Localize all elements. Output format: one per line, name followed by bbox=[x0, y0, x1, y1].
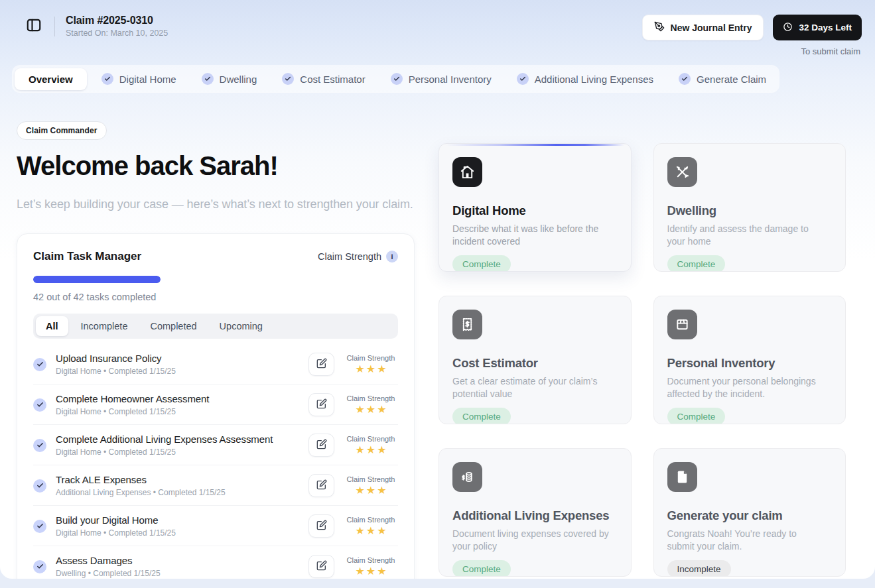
star-rating bbox=[344, 404, 398, 415]
status-badge: Complete bbox=[452, 255, 511, 272]
task-row: Complete Homeowner Assessment Digital Ho… bbox=[33, 384, 398, 425]
edit-pencil-icon bbox=[316, 398, 327, 411]
star-rating bbox=[344, 364, 398, 375]
card-cost-estimator[interactable]: Cost Estimator Get a clear estimate of y… bbox=[438, 296, 632, 424]
check-circle-icon bbox=[202, 73, 214, 85]
welcome-heading: Welcome back Sarah! bbox=[17, 151, 415, 181]
tab-generate-claim[interactable]: Generate Claim bbox=[668, 68, 777, 90]
card-dwelling[interactable]: Dwelling Identify and assess the damage … bbox=[653, 143, 846, 272]
star-icon bbox=[355, 364, 364, 375]
tab-label: Additional Living Expenses bbox=[535, 74, 653, 85]
row-claim-strength-label: Claim Strength bbox=[344, 516, 398, 524]
filter-incomplete[interactable]: Incomplete bbox=[71, 316, 138, 336]
task-meta: Additional Living Expenses • Completed 1… bbox=[56, 488, 302, 497]
star-icon bbox=[366, 526, 375, 536]
star-rating bbox=[344, 566, 398, 577]
topbar-divider bbox=[54, 17, 55, 36]
task-row: Assess Damages Dwelling • Completed 1/15… bbox=[33, 546, 398, 579]
card-digital-home[interactable]: Digital Home Describe what it was like b… bbox=[438, 143, 632, 272]
new-journal-entry-label: New Journal Entry bbox=[671, 23, 752, 33]
card-generate-claim[interactable]: Generate your claim Congrats Noah! You’r… bbox=[653, 448, 846, 577]
task-meta: Digital Home • Completed 1/15/25 bbox=[56, 367, 302, 376]
tab-personal-inventory[interactable]: Personal Inventory bbox=[380, 68, 502, 90]
tab-additional-living-expenses[interactable]: Additional Living Expenses bbox=[506, 68, 664, 90]
claim-started-subtitle: Started On: March 10, 2025 bbox=[66, 29, 168, 38]
card-title: Additional Living Expenses bbox=[452, 508, 618, 523]
star-icon bbox=[355, 485, 364, 496]
claim-number-title: Claim #2025-0310 bbox=[66, 15, 168, 27]
tab-dwelling[interactable]: Dwelling bbox=[191, 68, 268, 90]
status-badge: Incomplete bbox=[667, 560, 731, 577]
claim-commander-app: Claim #2025-0310 Started On: March 10, 2… bbox=[0, 0, 875, 579]
info-icon[interactable] bbox=[386, 251, 398, 263]
check-circle-icon bbox=[33, 520, 46, 533]
star-icon bbox=[355, 404, 364, 415]
tab-label: Personal Inventory bbox=[409, 74, 492, 85]
filter-completed[interactable]: Completed bbox=[140, 316, 206, 336]
task-filterbar: All Incomplete Completed Upcoming bbox=[33, 314, 398, 339]
tab-cost-estimator[interactable]: Cost Estimator bbox=[271, 68, 375, 90]
check-circle-icon bbox=[33, 479, 46, 493]
tab-label: Dwelling bbox=[220, 74, 257, 85]
star-icon bbox=[366, 445, 375, 455]
star-icon bbox=[366, 485, 375, 496]
card-title: Digital Home bbox=[452, 204, 618, 218]
task-meta: Digital Home • Completed 1/15/25 bbox=[56, 447, 302, 457]
task-manager-title: Claim Task Manager bbox=[33, 250, 141, 263]
check-circle-icon bbox=[679, 73, 691, 85]
edit-task-button[interactable] bbox=[308, 434, 334, 457]
tab-digital-home[interactable]: Digital Home bbox=[91, 68, 187, 90]
welcome-subtitle: Let’s keep building your case — here’s w… bbox=[17, 198, 415, 211]
claim-task-manager-card: Claim Task Manager Claim Strength 42 out… bbox=[17, 233, 415, 579]
tasks-progress-fill bbox=[33, 276, 161, 283]
claim-title-block: Claim #2025-0310 Started On: March 10, 2… bbox=[66, 15, 168, 38]
hero-section: Claim Commander Welcome back Sarah! Let’… bbox=[17, 121, 415, 211]
star-rating bbox=[344, 485, 398, 496]
days-left-button[interactable]: 32 Days Left bbox=[773, 15, 862, 40]
edit-task-button[interactable] bbox=[308, 393, 334, 416]
card-description: Document your personal belongings affect… bbox=[667, 375, 827, 400]
task-row: Build your Digital Home Digital Home • C… bbox=[33, 506, 398, 546]
star-icon bbox=[377, 445, 386, 455]
card-description: Describe what it was like before the inc… bbox=[452, 223, 612, 248]
task-row: Track ALE Expenses Additional Living Exp… bbox=[33, 465, 398, 506]
card-description: Congrats Noah! You’re ready to submit yo… bbox=[667, 528, 827, 553]
filter-upcoming[interactable]: Upcoming bbox=[210, 316, 273, 336]
feature-cards-grid: Digital Home Describe what it was like b… bbox=[438, 143, 846, 577]
claim-strength-label: Claim Strength bbox=[318, 251, 381, 262]
card-description: Identify and assess the damage to your h… bbox=[667, 223, 827, 248]
card-title: Cost Estimator bbox=[452, 356, 618, 371]
check-circle-icon bbox=[282, 73, 294, 85]
days-left-caption: To submit claim bbox=[801, 46, 862, 56]
edit-task-button[interactable] bbox=[308, 353, 334, 376]
filter-all[interactable]: All bbox=[36, 316, 68, 336]
tab-label: Cost Estimator bbox=[300, 74, 365, 85]
edit-task-button[interactable] bbox=[308, 474, 334, 497]
card-title: Personal Inventory bbox=[667, 356, 833, 371]
row-claim-strength-label: Claim Strength bbox=[344, 435, 398, 443]
edit-task-button[interactable] bbox=[308, 514, 334, 538]
check-circle-icon bbox=[33, 358, 46, 371]
card-additional-living-expenses[interactable]: Additional Living Expenses Document livi… bbox=[438, 448, 632, 577]
task-row: Upload Insurance Policy Digital Home • C… bbox=[33, 344, 398, 384]
sidebar-toggle-button[interactable] bbox=[24, 17, 44, 36]
edit-task-button[interactable] bbox=[308, 555, 334, 578]
card-personal-inventory[interactable]: Personal Inventory Document your persona… bbox=[653, 296, 846, 424]
star-icon bbox=[377, 566, 386, 577]
star-icon bbox=[366, 364, 375, 375]
star-icon bbox=[366, 404, 375, 415]
task-list: Upload Insurance Policy Digital Home • C… bbox=[33, 344, 398, 579]
status-badge: Complete bbox=[452, 408, 511, 424]
tab-label: Overview bbox=[29, 74, 73, 85]
edit-pencil-icon bbox=[316, 439, 327, 451]
edit-pencil-icon bbox=[316, 358, 327, 371]
new-journal-entry-button[interactable]: New Journal Entry bbox=[642, 15, 764, 40]
tab-overview[interactable]: Overview bbox=[15, 68, 87, 90]
star-icon bbox=[377, 526, 386, 536]
coins-dollar-icon bbox=[452, 462, 482, 492]
card-description: Get a clear estimate of your claim’s pot… bbox=[452, 375, 612, 400]
star-icon bbox=[377, 364, 386, 375]
tab-label: Digital Home bbox=[119, 74, 176, 85]
task-title: Build your Digital Home bbox=[56, 514, 302, 526]
task-title: Complete Additional Living Expenses Asse… bbox=[56, 434, 302, 445]
